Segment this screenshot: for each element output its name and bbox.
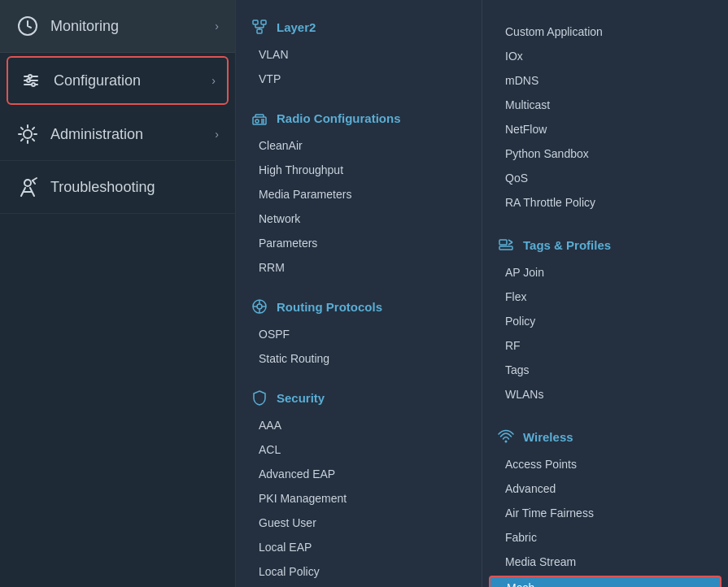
svg-rect-33: [499, 246, 512, 250]
menu-item-wlans[interactable]: WLANs: [482, 382, 728, 407]
menu-item-acl[interactable]: ACL: [236, 437, 482, 462]
administration-chevron: ›: [215, 128, 219, 141]
menu-item-ra-throttle[interactable]: RA Throttle Policy: [482, 190, 728, 215]
menu-item-local-eap[interactable]: Local EAP: [236, 535, 482, 559]
monitoring-icon: [16, 15, 39, 37]
menu-item-pki[interactable]: PKI Management: [236, 486, 482, 511]
menu-item-mdns[interactable]: mDNS: [482, 68, 728, 93]
svg-point-1: [28, 75, 32, 78]
menu-item-advanced[interactable]: Advanced: [482, 476, 728, 501]
menu-item-policy[interactable]: Policy: [482, 309, 728, 333]
configuration-chevron: ›: [211, 74, 216, 87]
configuration-icon: [20, 69, 42, 92]
sidebar-item-configuration[interactable]: Configuration ›: [7, 56, 229, 105]
svg-rect-12: [261, 20, 266, 24]
menu-item-vlan[interactable]: VLAN: [236, 42, 482, 67]
svg-point-3: [32, 83, 35, 86]
section-header-wireless: Wireless: [482, 418, 728, 452]
menu-col-1: Layer2 VLAN VTP Radio Configurations: [236, 0, 482, 587]
svg-rect-13: [257, 29, 262, 33]
menu-item-local-policy[interactable]: Local Policy: [236, 559, 482, 584]
menu-item-mesh[interactable]: Mesh: [489, 576, 721, 587]
section-routing-label: Routing Protocols: [277, 300, 382, 314]
menu-item-ospf[interactable]: OSPF: [236, 322, 482, 346]
menu-item-vtp[interactable]: VTP: [236, 67, 482, 91]
sidebar-item-administration-label: Administration: [50, 126, 143, 143]
menu-item-qos[interactable]: QoS: [482, 166, 728, 190]
svg-line-35: [508, 242, 512, 245]
troubleshooting-icon: [16, 176, 39, 198]
tags-icon: [497, 236, 515, 254]
menu-item-flex[interactable]: Flex: [482, 285, 728, 309]
menu-item-custom-app[interactable]: Custom Application: [482, 20, 728, 44]
menu-item-media-parameters[interactable]: Media Parameters: [236, 182, 482, 207]
section-header-radio: Radio Configurations: [236, 99, 482, 133]
menu-item-aaa[interactable]: AAA: [236, 413, 482, 437]
radio-icon: [251, 109, 268, 127]
menu-item-tags[interactable]: Tags: [482, 358, 728, 382]
sidebar-item-troubleshooting[interactable]: Troubleshooting: [0, 161, 235, 214]
menu-item-guest-user[interactable]: Guest User: [236, 511, 482, 535]
section-header-routing: Routing Protocols: [236, 288, 482, 322]
menu-area: Layer2 VLAN VTP Radio Configurations: [236, 0, 728, 587]
section-layer2-label: Layer2: [277, 20, 316, 34]
administration-icon: [16, 123, 39, 146]
sidebar-item-monitoring[interactable]: Monitoring ›: [0, 0, 235, 53]
menu-item-rrm[interactable]: RRM: [236, 255, 482, 280]
menu-item-parameters[interactable]: Parameters: [236, 231, 482, 255]
menu-item-access-points[interactable]: Access Points: [482, 452, 728, 476]
section-header-layer2: Layer2: [236, 8, 482, 42]
monitoring-chevron: ›: [215, 20, 219, 33]
menu-item-fabric[interactable]: Fabric: [482, 525, 728, 550]
svg-point-4: [24, 130, 32, 138]
layer2-icon: [251, 18, 268, 36]
section-tags-label: Tags & Profiles: [523, 238, 611, 252]
menu-item-rf[interactable]: RF: [482, 333, 728, 358]
section-security-label: Security: [277, 391, 325, 405]
svg-line-10: [33, 180, 35, 184]
menu-item-advanced-eap[interactable]: Advanced EAP: [236, 462, 482, 486]
svg-point-5: [24, 180, 31, 186]
section-header-tags: Tags & Profiles: [482, 226, 728, 260]
svg-point-36: [505, 441, 508, 443]
menu-item-high-throughput[interactable]: High Throughput: [236, 158, 482, 182]
sidebar-item-troubleshooting-label: Troubleshooting: [50, 179, 155, 196]
svg-rect-32: [499, 240, 507, 245]
svg-rect-11: [253, 20, 258, 24]
menu-item-ap-join[interactable]: AP Join: [482, 260, 728, 285]
wireless-icon: [497, 428, 515, 446]
section-header-security: Security: [236, 379, 482, 413]
section-radio-label: Radio Configurations: [277, 111, 401, 125]
menu-item-cleanair[interactable]: CleanAir: [236, 133, 482, 158]
sidebar-item-administration[interactable]: Administration ›: [0, 108, 235, 161]
svg-point-27: [257, 304, 262, 309]
menu-item-network[interactable]: Network: [236, 207, 482, 231]
svg-line-34: [508, 240, 512, 242]
section-wireless-label: Wireless: [523, 430, 573, 444]
menu-item-multicast[interactable]: Multicast: [482, 93, 728, 117]
security-icon: [251, 389, 268, 407]
sidebar: Monitoring › Configuration › Administrat…: [0, 0, 236, 587]
menu-item-netflow[interactable]: NetFlow: [482, 117, 728, 141]
sidebar-item-configuration-label: Configuration: [54, 72, 141, 89]
menu-item-media-stream[interactable]: Media Stream: [482, 550, 728, 574]
menu-item-python-sandbox[interactable]: Python Sandbox: [482, 141, 728, 166]
svg-point-22: [255, 120, 259, 123]
sidebar-item-monitoring-label: Monitoring: [50, 18, 119, 35]
menu-item-static-routing[interactable]: Static Routing: [236, 346, 482, 371]
menu-item-air-time[interactable]: Air Time Fairness: [482, 501, 728, 525]
routing-icon: [251, 298, 268, 315]
menu-col-2: Custom Application IOx mDNS Multicast Ne…: [482, 0, 728, 587]
svg-point-2: [27, 79, 30, 82]
menu-item-iox[interactable]: IOx: [482, 44, 728, 68]
